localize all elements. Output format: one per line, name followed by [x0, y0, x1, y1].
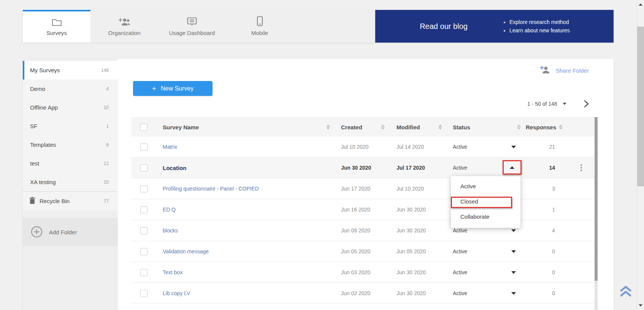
table-row: ED Q Jun 16 2020 Jun 30 2020 Active 1	[132, 199, 596, 220]
status-value: Active	[453, 144, 467, 150]
folder-count: 15	[104, 180, 109, 185]
table-row: blocks Jun 09 2020 Jun 30 2020 Active 4	[132, 220, 596, 241]
sidebar-folder-test[interactable]: test 12	[23, 154, 118, 173]
checkbox-cell	[132, 143, 156, 151]
survey-name-link[interactable]: ED Q	[163, 207, 176, 213]
sidebar-folder-sf[interactable]: SF 1	[23, 117, 118, 135]
folder-count: 4	[106, 86, 109, 92]
tab-surveys[interactable]: Surveys	[23, 10, 90, 43]
row-checkbox[interactable]	[140, 143, 148, 151]
modified-cell: Jun 05 2020	[388, 248, 445, 254]
status-dropdown-caret-icon[interactable]	[511, 271, 516, 274]
sort-icon[interactable]	[381, 125, 385, 129]
page-scrollbar-thumb[interactable]	[637, 27, 644, 186]
pagination-caret-icon[interactable]	[563, 103, 566, 105]
survey-name-link[interactable]: Text box	[163, 269, 182, 275]
banner-bullet: Explore research method	[509, 19, 570, 25]
sort-icon[interactable]	[326, 125, 330, 129]
next-page-chevron-icon[interactable]	[584, 100, 589, 108]
survey-name-link[interactable]: Validation message	[163, 248, 209, 254]
sort-icon[interactable]	[517, 125, 521, 129]
created-cell: Jul 10 2020	[335, 144, 388, 150]
column-label: Created	[341, 124, 362, 130]
header-checkbox-cell	[132, 118, 156, 137]
page-scrollbar[interactable]	[637, 0, 644, 310]
table-scrollbar-thumb[interactable]	[595, 117, 598, 281]
status-dropdown-caret-icon[interactable]	[511, 250, 516, 253]
row-checkbox[interactable]	[140, 164, 148, 172]
created-cell: Jun 05 2020	[335, 248, 388, 254]
sidebar-folder-templates[interactable]: Templates 6	[23, 135, 118, 154]
tab-organization[interactable]: Organization	[90, 10, 158, 43]
folder-label: Demo	[30, 86, 45, 92]
survey-name-link[interactable]: Matrix	[163, 144, 177, 150]
modified-cell: Jun 30 2020	[388, 269, 445, 275]
blog-banner[interactable]: Read our blog Explore research method Le…	[375, 10, 614, 43]
survey-name-link[interactable]: Location	[163, 165, 187, 171]
row-checkbox[interactable]	[140, 269, 148, 276]
recycle-bin-label: Recycle Bin	[40, 198, 70, 204]
status-value: Active	[453, 269, 467, 275]
scrollbar-down-arrow-icon[interactable]	[639, 304, 642, 307]
survey-name-link[interactable]: Profiling questionnaire - Panel - COPIED	[163, 186, 259, 192]
status-dropdown-caret-icon[interactable]	[511, 146, 516, 148]
share-folder-button[interactable]: Share Folder	[540, 65, 589, 76]
sidebar-folder-demo[interactable]: Demo 4	[23, 79, 118, 98]
tab-mobile[interactable]: Mobile	[226, 10, 293, 43]
row-checkbox[interactable]	[140, 248, 148, 255]
survey-name-link[interactable]: Lib copy LV	[163, 290, 190, 296]
column-label: Responses	[526, 124, 556, 130]
kebab-menu-icon[interactable]	[579, 163, 584, 173]
survey-name-cell: Profiling questionnaire - Panel - COPIED	[156, 186, 335, 192]
sidebar-folder-xa-testing[interactable]: XA testing 15	[23, 173, 118, 191]
row-checkbox[interactable]	[140, 227, 148, 234]
plus-circle-icon	[31, 226, 43, 239]
responses-cell: 4	[523, 227, 566, 234]
row-checkbox[interactable]	[140, 206, 148, 213]
status-dropdown-open-caret-icon[interactable]	[510, 166, 514, 169]
table-scrollbar[interactable]	[595, 117, 598, 310]
checkbox-cell	[132, 248, 156, 255]
column-label: Modified	[397, 124, 420, 130]
sidebar-item-recycle-bin[interactable]: Recycle Bin 77	[23, 192, 118, 210]
scrollbar-up-arrow-icon[interactable]	[639, 3, 642, 6]
folder-count: 12	[104, 161, 109, 166]
option-label: Active	[460, 183, 476, 189]
checkbox-cell	[132, 269, 156, 276]
status-dropdown-caret-icon[interactable]	[511, 292, 516, 295]
sidebar-folder-offline-app[interactable]: Offline App 10	[23, 98, 118, 117]
sidebar-folder-my-surveys[interactable]: My Surveys 148	[23, 61, 118, 79]
status-value: Active	[453, 165, 467, 171]
back-to-top-icon[interactable]	[619, 285, 633, 299]
surveys-table: Survey Name Created Modified Status Resp…	[132, 117, 596, 304]
new-survey-button[interactable]: + New Survey	[133, 81, 213, 96]
created-cell: Jun 16 2020	[335, 207, 388, 213]
option-label: Collaborate	[460, 213, 490, 220]
modified-cell: Jul 14 2020	[388, 144, 445, 150]
folder-label: Templates	[30, 141, 56, 148]
folder-icon	[52, 16, 62, 26]
kebab-cell	[566, 163, 596, 173]
header-responses: Responses	[523, 118, 566, 137]
tab-usage-dashboard[interactable]: Usage Dashboard	[158, 10, 226, 43]
folder-count: 10	[104, 105, 109, 110]
pagination: 1 - 50 of 148	[527, 100, 589, 108]
status-cell: Active	[445, 248, 523, 254]
table-row: Text box Jun 03 2020 Jun 30 2020 Active …	[132, 262, 596, 283]
row-checkbox[interactable]	[140, 290, 148, 297]
add-folder-button[interactable]: Add Folder	[23, 218, 118, 246]
sort-icon[interactable]	[559, 125, 563, 129]
row-checkbox[interactable]	[140, 185, 148, 192]
status-option-active[interactable]: Active	[451, 178, 520, 194]
folder-count: 1	[106, 124, 109, 129]
mobile-icon	[257, 16, 263, 26]
survey-name-link[interactable]: blocks	[163, 227, 178, 234]
folder-label: My Surveys	[30, 67, 60, 73]
new-survey-label: New Survey	[161, 85, 194, 92]
status-option-collaborate[interactable]: Collaborate	[451, 209, 520, 224]
created-cell: Jun 17 2020	[335, 186, 388, 192]
select-all-checkbox[interactable]	[140, 124, 148, 131]
responses-cell: 1	[523, 207, 566, 213]
sort-icon[interactable]	[438, 125, 442, 129]
status-dropdown-caret-icon[interactable]	[511, 229, 516, 232]
